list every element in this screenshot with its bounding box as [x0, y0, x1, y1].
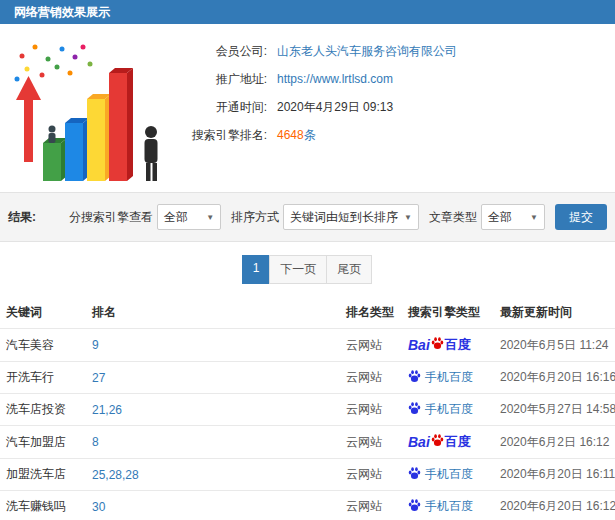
updated-cell: 2020年6月2日 16:12 — [494, 426, 615, 459]
updated-cell: 2020年5月27日 14:58 — [494, 394, 615, 426]
engine-rank-field: 搜索引擎排名: 4648条 — [175, 128, 615, 142]
open-time-value: 2020年4月29日 09:13 — [277, 100, 393, 114]
rank-link[interactable]: 27 — [92, 371, 105, 385]
member-info-fields: 会员公司: 山东老人头汽车服务咨询有限公司 推广地址: https://www.… — [175, 36, 615, 188]
baidu-bai-text: Bai — [408, 337, 430, 353]
mobile-baidu-paw-icon — [408, 467, 421, 483]
bars — [43, 68, 133, 181]
updated-cell: 2020年6月20日 16:16 — [494, 362, 615, 394]
mobile-baidu-paw-icon — [408, 402, 421, 418]
mobile-baidu-logo: 手机百度 — [408, 498, 473, 515]
keyword-cell: 洗车赚钱吗 — [0, 491, 86, 520]
mobile-baidu-logo: 手机百度 — [408, 369, 473, 386]
rank-type-cell: 云网站 — [340, 362, 402, 394]
mobile-baidu-label: 手机百度 — [425, 498, 473, 515]
company-link[interactable]: 山东老人头汽车服务咨询有限公司 — [277, 44, 457, 58]
open-time-field: 开通时间: 2020年4月29日 09:13 — [175, 100, 615, 114]
engine-rank-label: 搜索引擎排名: — [175, 128, 267, 142]
promo-url-field: 推广地址: https://www.lrtlsd.com — [175, 72, 615, 86]
rank-type-cell: 云网站 — [340, 426, 402, 459]
engine-filter-label: 分搜索引擎查看 — [69, 209, 153, 226]
engine-filter-select[interactable]: 全部 ▼ — [157, 204, 221, 230]
sort-select[interactable]: 关键词由短到长排序 ▼ — [283, 204, 419, 230]
last-page-button[interactable]: 尾页 — [326, 255, 372, 284]
baidu-logo: Bai 百度 — [408, 433, 471, 451]
updated-cell: 2020年6月20日 16:12 — [494, 491, 615, 520]
updated-cell: 2020年6月5日 11:24 — [494, 329, 615, 362]
header-rank: 排名 — [86, 297, 340, 329]
updated-cell: 2020年6月20日 16:11 — [494, 459, 615, 491]
mobile-baidu-label: 手机百度 — [425, 466, 473, 483]
header-updated: 最新更新时间 — [494, 297, 615, 329]
engine-cell: Bai 百度 — [402, 329, 494, 362]
engine-rank-unit: 条 — [304, 128, 316, 142]
baidu-paw-icon — [431, 337, 444, 353]
promo-url-link[interactable]: https://www.lrtlsd.com — [277, 72, 393, 86]
baidu-bai-text: Bai — [408, 434, 430, 450]
rank-link[interactable]: 25,28,28 — [92, 468, 139, 482]
table-row: 洗车赚钱吗 30 云网站 手机百度 2020年6月20日 16:12 — [0, 491, 615, 520]
rank-type-cell: 云网站 — [340, 459, 402, 491]
rank-type-cell: 云网站 — [340, 491, 402, 520]
businessman-figure — [144, 126, 157, 181]
page-header: 网络营销效果展示 — [0, 0, 615, 24]
chevron-down-icon: ▼ — [404, 213, 412, 222]
keyword-cell: 汽车加盟店 — [0, 426, 86, 459]
engine-cell: Bai 百度 — [402, 426, 494, 459]
header-keyword: 关键词 — [0, 297, 86, 329]
engine-cell: 手机百度 — [402, 459, 494, 491]
mobile-baidu-label: 手机百度 — [425, 401, 473, 418]
table-row: 洗车店投资 21,26 云网站 手机百度 2020年5月27日 14:58 — [0, 394, 615, 426]
mobile-baidu-label: 手机百度 — [425, 369, 473, 386]
company-label: 会员公司: — [175, 44, 267, 58]
filter-controls: 分搜索引擎查看 全部 ▼ 排序方式 关键词由短到长排序 ▼ 文章类型 全部 ▼ … — [59, 204, 607, 230]
engine-cell: 手机百度 — [402, 491, 494, 520]
keyword-cell: 洗车店投资 — [0, 394, 86, 426]
article-type-label: 文章类型 — [429, 209, 477, 226]
table-row: 开洗车行 27 云网站 手机百度 2020年6月20日 16:16 — [0, 362, 615, 394]
results-table: 关键词 排名 排名类型 搜索引擎类型 最新更新时间 汽车美容 9 云网站 Bai — [0, 297, 615, 520]
open-time-label: 开通时间: — [175, 100, 267, 114]
rank-link[interactable]: 8 — [92, 435, 99, 449]
page-title: 网络营销效果展示 — [14, 4, 110, 21]
header-engine-type: 搜索引擎类型 — [402, 297, 494, 329]
sort-label: 排序方式 — [231, 209, 279, 226]
header-rank-type: 排名类型 — [340, 297, 402, 329]
pagination: 1 下一页 尾页 — [0, 255, 615, 284]
mobile-baidu-logo: 手机百度 — [408, 401, 473, 418]
mobile-baidu-paw-icon — [408, 499, 421, 515]
promo-url-label: 推广地址: — [175, 72, 267, 86]
article-type-select[interactable]: 全部 ▼ — [481, 204, 545, 230]
page-number-current[interactable]: 1 — [242, 255, 271, 284]
rank-link[interactable]: 9 — [92, 338, 99, 352]
engine-cell: 手机百度 — [402, 362, 494, 394]
growth-chart-graphic — [7, 36, 169, 188]
baidu-du-text: 百度 — [445, 433, 471, 451]
small-person-figure — [48, 126, 55, 144]
table-row: 汽车加盟店 8 云网站 Bai 百度 2020年6月2日 16:12 — [0, 426, 615, 459]
company-field: 会员公司: 山东老人头汽车服务咨询有限公司 — [175, 44, 615, 58]
table-header-row: 关键词 排名 排名类型 搜索引擎类型 最新更新时间 — [0, 297, 615, 329]
rank-link[interactable]: 21,26 — [92, 403, 122, 417]
baidu-du-text: 百度 — [445, 336, 471, 354]
keyword-cell: 开洗车行 — [0, 362, 86, 394]
next-page-button[interactable]: 下一页 — [269, 255, 327, 284]
baidu-logo: Bai 百度 — [408, 336, 471, 354]
submit-button[interactable]: 提交 — [555, 204, 607, 230]
bar-chart-illustration — [0, 36, 175, 188]
rank-type-cell: 云网站 — [340, 394, 402, 426]
engine-rank-count: 4648 — [277, 128, 304, 142]
results-section-label: 结果: — [8, 209, 36, 226]
chevron-down-icon: ▼ — [530, 213, 538, 222]
up-arrow-graphic — [16, 76, 41, 162]
sort-value: 关键词由短到长排序 — [290, 209, 398, 226]
chevron-down-icon: ▼ — [206, 213, 214, 222]
engine-filter-value: 全部 — [164, 209, 188, 226]
article-type-value: 全部 — [488, 209, 512, 226]
rank-link[interactable]: 30 — [92, 500, 105, 514]
rank-type-cell: 云网站 — [340, 329, 402, 362]
engine-cell: 手机百度 — [402, 394, 494, 426]
mobile-baidu-paw-icon — [408, 370, 421, 386]
table-row: 加盟洗车店 25,28,28 云网站 手机百度 2020年6月20日 16:11 — [0, 459, 615, 491]
baidu-paw-icon — [431, 434, 444, 450]
